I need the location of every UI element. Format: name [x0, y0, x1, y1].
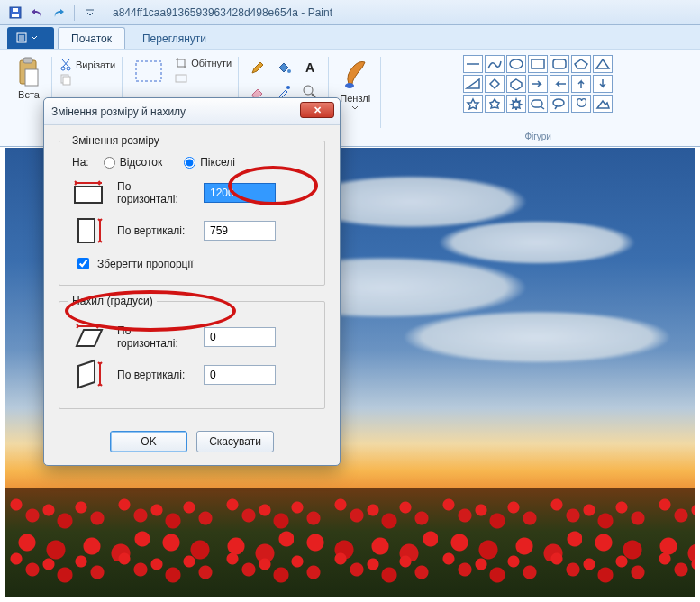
cancel-button[interactable]: Скасувати [196, 431, 274, 452]
resize-button[interactable] [175, 71, 232, 84]
svg-point-18 [510, 59, 523, 68]
radio-percent-label: Відсоток [120, 156, 163, 169]
skew-horizontal-row: По горизонталі: [68, 322, 315, 352]
tab-home[interactable]: Початок [58, 27, 125, 49]
skew-vertical-row: По вертикалі: [68, 360, 315, 390]
resize-fieldset: Змінення розміру На: Відсоток Пікселі По… [59, 134, 325, 286]
resize-vertical-icon [68, 215, 108, 246]
svg-point-16 [304, 86, 313, 95]
dialog-title: Змінення розміру й нахилу [51, 105, 186, 118]
keep-aspect-checkbox[interactable]: Зберегти пропорції [74, 255, 315, 272]
keep-aspect-input[interactable] [77, 258, 89, 269]
crop-icon [175, 57, 187, 69]
keep-aspect-label: Зберегти пропорції [97, 258, 193, 270]
redo-icon[interactable] [50, 5, 67, 21]
qat-dropdown-icon[interactable] [82, 5, 98, 21]
skew-fieldset: Нахил (градуси) По горизонталі: По верти… [59, 295, 325, 409]
window-titlebar: a844ff1caa9136593963428d498e654a - Paint [0, 0, 700, 25]
brushes-button[interactable]: Пензлі [336, 55, 374, 113]
resize-horizontal-row: По горизонталі: [68, 178, 315, 208]
tab-view[interactable]: Переглянути [129, 27, 220, 49]
crop-button[interactable]: Обітнути [175, 57, 232, 69]
svg-point-15 [286, 86, 290, 89]
resize-horizontal-input[interactable] [204, 183, 276, 203]
svg-rect-1 [12, 14, 19, 17]
svg-point-13 [287, 69, 291, 73]
ribbon-tabs: Початок Переглянути [0, 25, 700, 49]
pencil-tool[interactable] [246, 57, 269, 78]
skew-vertical-label: По вертикалі: [117, 369, 195, 381]
skew-horizontal-input[interactable] [204, 327, 276, 347]
text-tool[interactable]: A [298, 57, 322, 78]
radio-pixels[interactable]: Пікселі [184, 156, 235, 169]
paste-button[interactable]: Вста [13, 55, 45, 102]
svg-text:A: A [305, 60, 314, 75]
resize-by-row: На: Відсоток Пікселі [94, 156, 315, 169]
svg-rect-5 [23, 58, 32, 63]
resize-horizontal-label: По горизонталі: [117, 180, 195, 206]
svg-rect-11 [136, 61, 161, 81]
crop-label: Обітнути [191, 58, 232, 68]
resize-vertical-row: По вертикалі: [68, 215, 315, 246]
by-label: На: [72, 156, 89, 169]
dialog-body: Змінення розміру На: Відсоток Пікселі По… [44, 125, 340, 424]
skew-horizontal-label: По горизонталі: [117, 324, 195, 351]
svg-point-8 [67, 67, 70, 70]
cut-button[interactable]: Вирізати [59, 59, 115, 71]
scissors-icon [59, 59, 72, 71]
svg-point-22 [553, 99, 564, 106]
skew-vertical-icon [68, 360, 108, 390]
resize-vertical-input[interactable] [204, 221, 276, 241]
shapes-gallery[interactable] [463, 55, 613, 113]
svg-point-7 [61, 67, 65, 70]
resize-horizontal-icon [68, 178, 108, 208]
skew-horizontal-icon [68, 322, 108, 352]
dialog-close-button[interactable]: ✕ [300, 102, 334, 118]
svg-rect-20 [553, 59, 566, 68]
resize-vertical-label: По вертикалі: [117, 224, 195, 237]
svg-rect-24 [78, 219, 95, 242]
skew-legend: Нахил (градуси) [68, 295, 157, 307]
ok-button[interactable]: OK [110, 431, 187, 452]
svg-point-17 [345, 83, 354, 88]
group-shapes-label: Фігури [388, 129, 687, 146]
save-icon[interactable] [7, 5, 23, 21]
svg-rect-12 [176, 75, 186, 82]
cut-label: Вирізати [76, 59, 115, 70]
paste-label: Вста [18, 89, 40, 100]
resize-skew-dialog: Змінення розміру й нахилу ✕ Змінення роз… [43, 97, 341, 466]
dialog-buttons: OK Скасувати [44, 424, 340, 465]
skew-vertical-input[interactable] [204, 365, 276, 385]
undo-icon[interactable] [29, 5, 45, 21]
svg-rect-23 [75, 187, 102, 203]
svg-rect-6 [25, 69, 38, 86]
svg-rect-10 [63, 77, 70, 85]
svg-rect-2 [13, 8, 18, 12]
copy-button[interactable] [59, 73, 115, 86]
qat-separator [74, 5, 75, 21]
radio-percent[interactable]: Відсоток [104, 156, 163, 169]
fill-tool[interactable] [272, 57, 295, 78]
select-button[interactable] [130, 57, 168, 87]
svg-rect-19 [532, 59, 544, 68]
file-tab[interactable] [7, 27, 54, 49]
chevron-down-icon [351, 105, 359, 111]
resize-legend: Змінення розміру [68, 134, 163, 147]
close-icon: ✕ [314, 105, 322, 116]
window-title: a844ff1caa9136593963428d498e654a - Paint [113, 6, 332, 19]
resize-icon [175, 71, 187, 84]
copy-icon [59, 73, 72, 86]
quick-access-toolbar [0, 5, 105, 21]
radio-pixels-label: Пікселі [200, 156, 235, 169]
brushes-label: Пензлі [340, 93, 370, 104]
group-shapes: Фігури [381, 53, 695, 146]
canvas-field [5, 488, 695, 597]
radio-percent-input[interactable] [104, 157, 115, 169]
dialog-titlebar[interactable]: Змінення розміру й нахилу ✕ [44, 98, 340, 125]
radio-pixels-input[interactable] [184, 157, 195, 169]
